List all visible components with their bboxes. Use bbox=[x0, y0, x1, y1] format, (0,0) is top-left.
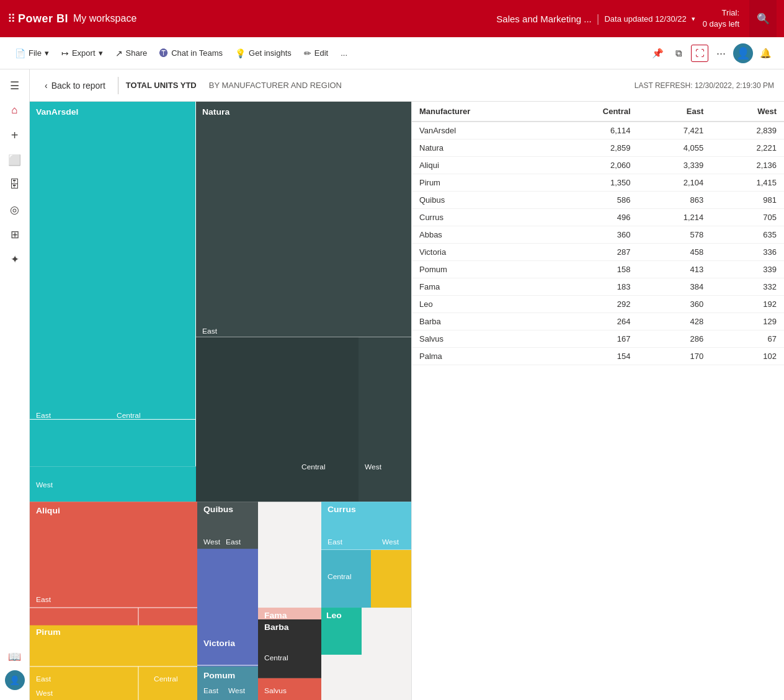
table-cell-5-0[interactable]: Currus bbox=[412, 209, 549, 226]
table-cell-8-1[interactable]: 158 bbox=[549, 261, 638, 278]
table-cell-13-2[interactable]: 170 bbox=[638, 348, 711, 365]
table-cell-11-3[interactable]: 129 bbox=[711, 313, 784, 330]
table-cell-3-0[interactable]: Pirum bbox=[412, 174, 549, 192]
treemap-cell-vanarsdel-west[interactable] bbox=[30, 466, 196, 502]
sidebar-item-learn[interactable]: ✦ bbox=[4, 248, 26, 270]
focus-mode-icon[interactable]: ⛶ bbox=[691, 45, 708, 62]
treemap-cell-pomum[interactable] bbox=[197, 667, 258, 700]
table-cell-8-0[interactable]: Pomum bbox=[412, 261, 549, 278]
treemap-cell-currus-yellow[interactable] bbox=[371, 550, 411, 608]
treemap-cell-natura[interactable] bbox=[196, 102, 411, 349]
table-cell-7-0[interactable]: Victoria bbox=[412, 244, 549, 261]
notifications-icon[interactable]: 🔔 bbox=[757, 45, 774, 62]
table-cell-4-3[interactable]: 981 bbox=[711, 192, 784, 209]
table-cell-0-3[interactable]: 2,839 bbox=[711, 122, 784, 140]
table-cell-5-1[interactable]: 496 bbox=[549, 209, 638, 226]
treemap-cell-currus-central[interactable] bbox=[321, 550, 371, 608]
col-east[interactable]: East bbox=[638, 102, 711, 122]
table-cell-6-2[interactable]: 578 bbox=[638, 226, 711, 244]
sidebar-avatar[interactable]: 👤 bbox=[5, 670, 25, 690]
table-cell-2-2[interactable]: 3,339 bbox=[638, 157, 711, 174]
table-cell-1-0[interactable]: Natura bbox=[412, 140, 549, 157]
chat-teams-button[interactable]: 🅣 Chat in Teams bbox=[154, 45, 228, 61]
treemap-cell-barba[interactable] bbox=[258, 619, 321, 678]
table-cell-8-3[interactable]: 339 bbox=[711, 261, 784, 278]
file-button[interactable]: 📄 File ▾ bbox=[10, 45, 54, 61]
table-cell-10-1[interactable]: 292 bbox=[549, 296, 638, 313]
back-to-report-button[interactable]: ‹ Back to report bbox=[40, 78, 110, 94]
col-manufacturer[interactable]: Manufacturer bbox=[412, 102, 549, 122]
table-cell-6-3[interactable]: 635 bbox=[711, 226, 784, 244]
table-cell-0-1[interactable]: 6,114 bbox=[549, 122, 638, 140]
treemap-cell-natura-central[interactable] bbox=[196, 337, 359, 502]
sidebar-item-home[interactable]: ⌂ bbox=[4, 99, 26, 122]
sidebar-item-data[interactable]: 🗄 bbox=[4, 174, 26, 196]
more-button[interactable]: ... bbox=[336, 45, 352, 61]
table-cell-2-0[interactable]: Aliqui bbox=[412, 157, 549, 174]
table-cell-12-1[interactable]: 167 bbox=[549, 330, 638, 348]
table-cell-11-0[interactable]: Barba bbox=[412, 313, 549, 330]
sidebar-item-workspaces[interactable]: 📖 bbox=[4, 645, 26, 668]
table-cell-2-1[interactable]: 2,060 bbox=[549, 157, 638, 174]
table-cell-0-2[interactable]: 7,421 bbox=[638, 122, 711, 140]
table-cell-3-3[interactable]: 1,415 bbox=[711, 174, 784, 192]
table-cell-4-1[interactable]: 586 bbox=[549, 192, 638, 209]
table-cell-10-3[interactable]: 192 bbox=[711, 296, 784, 313]
col-central[interactable]: Central bbox=[549, 102, 638, 122]
table-cell-1-3[interactable]: 2,221 bbox=[711, 140, 784, 157]
table-cell-4-0[interactable]: Quibus bbox=[412, 192, 549, 209]
search-button[interactable]: 🔍 bbox=[749, 0, 777, 37]
app-launcher-icon[interactable]: ⠿ bbox=[7, 12, 16, 25]
table-cell-7-2[interactable]: 458 bbox=[638, 244, 711, 261]
table-cell-12-2[interactable]: 286 bbox=[638, 330, 711, 348]
table-cell-10-0[interactable]: Leo bbox=[412, 296, 549, 313]
table-cell-2-3[interactable]: 2,136 bbox=[711, 157, 784, 174]
sidebar-item-apps[interactable]: ⊞ bbox=[4, 223, 26, 246]
tab-by-manufacturer[interactable]: BY MANUFACTURER AND REGION bbox=[209, 81, 342, 90]
table-cell-6-0[interactable]: Abbas bbox=[412, 226, 549, 244]
table-cell-9-3[interactable]: 332 bbox=[711, 278, 784, 296]
table-cell-12-0[interactable]: Salvus bbox=[412, 330, 549, 348]
table-cell-6-1[interactable]: 360 bbox=[549, 226, 638, 244]
duplicate-icon[interactable]: ⧉ bbox=[670, 45, 687, 62]
avatar[interactable]: 👤 bbox=[733, 43, 753, 63]
treemap-cell-salvus[interactable] bbox=[258, 678, 321, 700]
table-cell-11-2[interactable]: 428 bbox=[638, 313, 711, 330]
table-cell-1-1[interactable]: 2,859 bbox=[549, 140, 638, 157]
table-cell-3-1[interactable]: 1,350 bbox=[549, 174, 638, 192]
sidebar-item-browse[interactable]: ⬜ bbox=[4, 149, 26, 171]
table-cell-5-3[interactable]: 705 bbox=[711, 209, 784, 226]
pin-icon[interactable]: 📌 bbox=[649, 45, 666, 62]
table-cell-8-2[interactable]: 413 bbox=[638, 261, 711, 278]
treemap-cell-leo[interactable] bbox=[321, 608, 362, 655]
table-cell-0-0[interactable]: VanArsdel bbox=[412, 122, 549, 140]
table-cell-12-3[interactable]: 67 bbox=[711, 330, 784, 348]
treemap-cell-natura-west[interactable] bbox=[359, 337, 411, 502]
share-button[interactable]: ↗ Share bbox=[110, 45, 153, 61]
tab-total-units-ytd[interactable]: TOTAL UNITS YTD bbox=[126, 81, 197, 90]
table-cell-10-2[interactable]: 360 bbox=[638, 296, 711, 313]
treemap-cell-pirum[interactable] bbox=[30, 625, 197, 700]
table-cell-3-2[interactable]: 2,104 bbox=[638, 174, 711, 192]
table-cell-7-3[interactable]: 336 bbox=[711, 244, 784, 261]
data-updated[interactable]: Data updated 12/30/22 bbox=[604, 14, 686, 24]
treemap-cell-victoria[interactable] bbox=[197, 549, 258, 619]
table-cell-13-1[interactable]: 154 bbox=[549, 348, 638, 365]
table-cell-9-0[interactable]: Fama bbox=[412, 278, 549, 296]
table-cell-5-2[interactable]: 1,214 bbox=[638, 209, 711, 226]
options-icon[interactable]: ⋯ bbox=[712, 45, 729, 62]
table-cell-13-0[interactable]: Palma bbox=[412, 348, 549, 365]
insights-button[interactable]: 💡 Get insights bbox=[230, 45, 296, 61]
treemap-cell-vanarsdel-main[interactable] bbox=[30, 102, 196, 466]
table-cell-9-1[interactable]: 183 bbox=[549, 278, 638, 296]
table-cell-13-3[interactable]: 102 bbox=[711, 348, 784, 365]
table-cell-4-2[interactable]: 863 bbox=[638, 192, 711, 209]
sidebar-item-goals[interactable]: ◎ bbox=[4, 198, 26, 221]
table-cell-9-2[interactable]: 384 bbox=[638, 278, 711, 296]
sidebar-item-hamburger[interactable]: ☰ bbox=[4, 74, 26, 97]
table-cell-7-1[interactable]: 287 bbox=[549, 244, 638, 261]
table-cell-1-2[interactable]: 4,055 bbox=[638, 140, 711, 157]
data-updated-arrow[interactable]: ▾ bbox=[692, 15, 695, 23]
col-west[interactable]: West bbox=[711, 102, 784, 122]
export-button[interactable]: ↦ Export ▾ bbox=[56, 45, 108, 61]
